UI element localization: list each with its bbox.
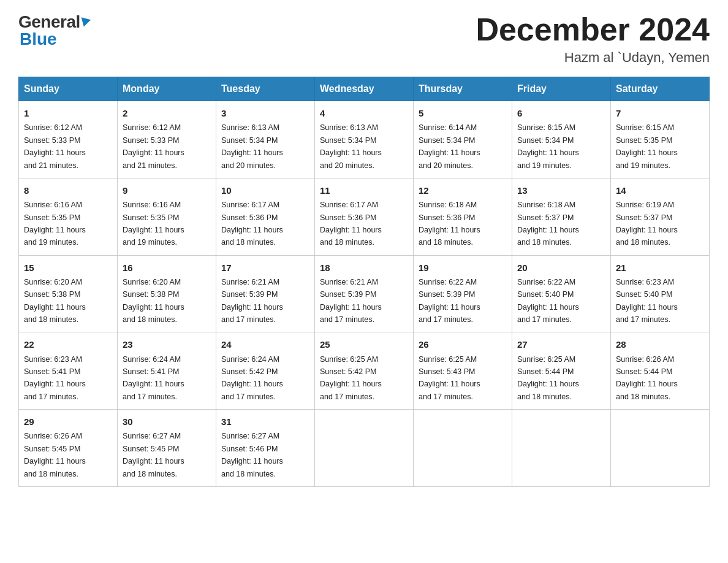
day-info: Sunrise: 6:23 AMSunset: 5:41 PMDaylight:…	[24, 355, 86, 401]
day-info: Sunrise: 6:25 AMSunset: 5:42 PMDaylight:…	[320, 355, 382, 401]
calendar-header-row: SundayMondayTuesdayWednesdayThursdayFrid…	[19, 77, 710, 101]
day-number: 2	[123, 106, 211, 120]
day-info: Sunrise: 6:15 AMSunset: 5:35 PMDaylight:…	[616, 123, 678, 169]
day-info: Sunrise: 6:26 AMSunset: 5:45 PMDaylight:…	[24, 432, 86, 478]
day-info: Sunrise: 6:14 AMSunset: 5:34 PMDaylight:…	[419, 123, 480, 169]
calendar-cell: 31 Sunrise: 6:27 AMSunset: 5:46 PMDaylig…	[216, 410, 315, 487]
day-info: Sunrise: 6:18 AMSunset: 5:36 PMDaylight:…	[419, 201, 480, 247]
day-info: Sunrise: 6:26 AMSunset: 5:44 PMDaylight:…	[616, 355, 678, 401]
day-info: Sunrise: 6:20 AMSunset: 5:38 PMDaylight:…	[24, 278, 86, 324]
calendar-cell: 8 Sunrise: 6:16 AMSunset: 5:35 PMDayligh…	[19, 178, 118, 255]
calendar-cell: 26 Sunrise: 6:25 AMSunset: 5:43 PMDaylig…	[414, 332, 512, 410]
calendar-cell: 28 Sunrise: 6:26 AMSunset: 5:44 PMDaylig…	[611, 332, 710, 410]
day-number: 10	[221, 183, 309, 197]
calendar-week-row: 8 Sunrise: 6:16 AMSunset: 5:35 PMDayligh…	[19, 178, 710, 255]
calendar-cell: 20 Sunrise: 6:22 AMSunset: 5:40 PMDaylig…	[512, 255, 611, 332]
calendar-header-thursday: Thursday	[414, 77, 512, 101]
day-info: Sunrise: 6:16 AMSunset: 5:35 PMDaylight:…	[24, 201, 86, 247]
calendar-cell	[512, 410, 611, 487]
calendar-week-row: 29 Sunrise: 6:26 AMSunset: 5:45 PMDaylig…	[19, 410, 710, 487]
calendar-cell: 6 Sunrise: 6:15 AMSunset: 5:34 PMDayligh…	[512, 101, 611, 178]
calendar-cell: 12 Sunrise: 6:18 AMSunset: 5:36 PMDaylig…	[414, 178, 512, 255]
day-info: Sunrise: 6:19 AMSunset: 5:37 PMDaylight:…	[616, 201, 678, 247]
calendar-table: SundayMondayTuesdayWednesdayThursdayFrid…	[18, 77, 710, 487]
day-number: 20	[517, 261, 605, 275]
calendar-cell	[414, 410, 512, 487]
day-number: 23	[123, 337, 211, 351]
day-number: 29	[24, 415, 112, 429]
day-info: Sunrise: 6:27 AMSunset: 5:45 PMDaylight:…	[123, 432, 184, 478]
day-number: 16	[123, 261, 211, 275]
calendar-cell: 5 Sunrise: 6:14 AMSunset: 5:34 PMDayligh…	[414, 101, 512, 178]
logo-blue-text: Blue	[18, 29, 91, 49]
day-number: 9	[123, 183, 211, 197]
day-number: 8	[24, 183, 112, 197]
day-info: Sunrise: 6:15 AMSunset: 5:34 PMDaylight:…	[517, 123, 579, 169]
day-info: Sunrise: 6:13 AMSunset: 5:34 PMDaylight:…	[320, 123, 382, 169]
day-number: 25	[320, 337, 408, 351]
day-number: 19	[419, 261, 507, 275]
day-info: Sunrise: 6:13 AMSunset: 5:34 PMDaylight:…	[221, 123, 283, 169]
calendar-cell: 21 Sunrise: 6:23 AMSunset: 5:40 PMDaylig…	[611, 255, 710, 332]
day-number: 18	[320, 261, 408, 275]
day-info: Sunrise: 6:21 AMSunset: 5:39 PMDaylight:…	[320, 278, 382, 324]
location-title: Hazm al `Udayn, Yemen	[476, 50, 710, 66]
calendar-cell: 10 Sunrise: 6:17 AMSunset: 5:36 PMDaylig…	[216, 178, 315, 255]
day-number: 17	[221, 261, 309, 275]
day-info: Sunrise: 6:16 AMSunset: 5:35 PMDaylight:…	[123, 201, 184, 247]
day-number: 13	[517, 183, 605, 197]
day-number: 26	[419, 337, 507, 351]
day-info: Sunrise: 6:22 AMSunset: 5:39 PMDaylight:…	[419, 278, 480, 324]
calendar-header-friday: Friday	[512, 77, 611, 101]
day-info: Sunrise: 6:24 AMSunset: 5:41 PMDaylight:…	[123, 355, 184, 401]
logo: General Blue	[18, 12, 91, 49]
calendar-cell: 3 Sunrise: 6:13 AMSunset: 5:34 PMDayligh…	[216, 101, 315, 178]
calendar-header-wednesday: Wednesday	[315, 77, 414, 101]
calendar-cell: 17 Sunrise: 6:21 AMSunset: 5:39 PMDaylig…	[216, 255, 315, 332]
day-info: Sunrise: 6:23 AMSunset: 5:40 PMDaylight:…	[616, 278, 678, 324]
day-number: 24	[221, 337, 309, 351]
day-number: 31	[221, 415, 309, 429]
day-info: Sunrise: 6:17 AMSunset: 5:36 PMDaylight:…	[221, 201, 283, 247]
calendar-cell: 14 Sunrise: 6:19 AMSunset: 5:37 PMDaylig…	[611, 178, 710, 255]
logo-triangle-icon	[81, 15, 92, 27]
calendar-week-row: 22 Sunrise: 6:23 AMSunset: 5:41 PMDaylig…	[19, 332, 710, 410]
day-info: Sunrise: 6:12 AMSunset: 5:33 PMDaylight:…	[24, 123, 86, 169]
calendar-cell: 29 Sunrise: 6:26 AMSunset: 5:45 PMDaylig…	[19, 410, 118, 487]
day-info: Sunrise: 6:17 AMSunset: 5:36 PMDaylight:…	[320, 201, 382, 247]
day-info: Sunrise: 6:12 AMSunset: 5:33 PMDaylight:…	[123, 123, 184, 169]
day-info: Sunrise: 6:25 AMSunset: 5:43 PMDaylight:…	[419, 355, 480, 401]
day-number: 28	[616, 337, 704, 351]
calendar-header-monday: Monday	[118, 77, 216, 101]
day-number: 1	[24, 106, 112, 120]
day-number: 30	[123, 415, 211, 429]
day-number: 11	[320, 183, 408, 197]
calendar-header-sunday: Sunday	[19, 77, 118, 101]
calendar-cell: 11 Sunrise: 6:17 AMSunset: 5:36 PMDaylig…	[315, 178, 414, 255]
calendar-cell: 19 Sunrise: 6:22 AMSunset: 5:39 PMDaylig…	[414, 255, 512, 332]
calendar-cell: 1 Sunrise: 6:12 AMSunset: 5:33 PMDayligh…	[19, 101, 118, 178]
day-number: 5	[419, 106, 507, 120]
calendar-cell: 7 Sunrise: 6:15 AMSunset: 5:35 PMDayligh…	[611, 101, 710, 178]
calendar-week-row: 15 Sunrise: 6:20 AMSunset: 5:38 PMDaylig…	[19, 255, 710, 332]
calendar-cell	[611, 410, 710, 487]
calendar-cell: 25 Sunrise: 6:25 AMSunset: 5:42 PMDaylig…	[315, 332, 414, 410]
calendar-cell: 13 Sunrise: 6:18 AMSunset: 5:37 PMDaylig…	[512, 178, 611, 255]
calendar-header-saturday: Saturday	[611, 77, 710, 101]
day-info: Sunrise: 6:20 AMSunset: 5:38 PMDaylight:…	[123, 278, 184, 324]
day-number: 3	[221, 106, 309, 120]
calendar-cell: 30 Sunrise: 6:27 AMSunset: 5:45 PMDaylig…	[118, 410, 216, 487]
day-number: 22	[24, 337, 112, 351]
calendar-cell: 22 Sunrise: 6:23 AMSunset: 5:41 PMDaylig…	[19, 332, 118, 410]
calendar-cell: 4 Sunrise: 6:13 AMSunset: 5:34 PMDayligh…	[315, 101, 414, 178]
day-info: Sunrise: 6:18 AMSunset: 5:37 PMDaylight:…	[517, 201, 579, 247]
day-number: 12	[419, 183, 507, 197]
day-number: 4	[320, 106, 408, 120]
day-number: 6	[517, 106, 605, 120]
day-info: Sunrise: 6:27 AMSunset: 5:46 PMDaylight:…	[221, 432, 283, 478]
day-number: 27	[517, 337, 605, 351]
calendar-header-tuesday: Tuesday	[216, 77, 315, 101]
day-info: Sunrise: 6:21 AMSunset: 5:39 PMDaylight:…	[221, 278, 283, 324]
title-area: December 2024 Hazm al `Udayn, Yemen	[476, 12, 710, 66]
calendar-cell: 2 Sunrise: 6:12 AMSunset: 5:33 PMDayligh…	[118, 101, 216, 178]
